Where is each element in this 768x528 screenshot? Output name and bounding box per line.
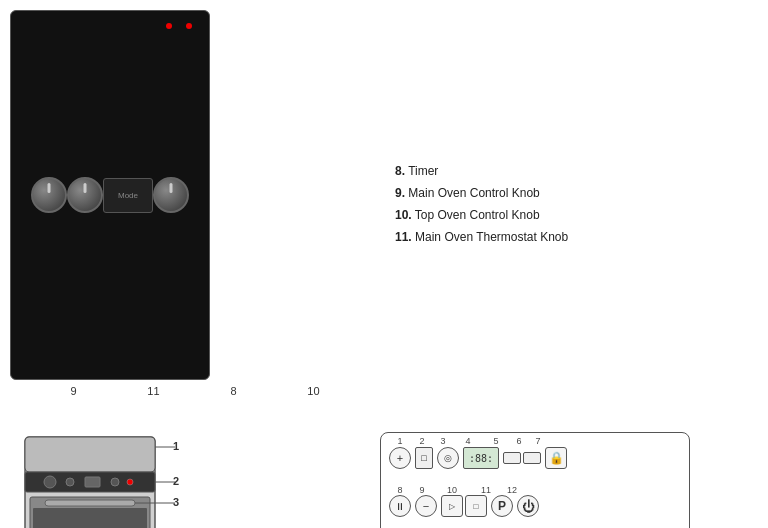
ctrl-num-1: 1	[389, 436, 411, 446]
knob-11[interactable]	[67, 177, 103, 213]
panel-labels: 8. Timer 9. Main Oven Control Knob 10. T…	[390, 10, 758, 397]
label-11: 11. Main Oven Thermostat Knob	[395, 228, 753, 246]
red-dot-2	[186, 23, 192, 29]
ctrl-num-11: 11	[471, 485, 501, 495]
knob-10-wrapper	[153, 177, 189, 213]
ctrl-num-3: 3	[433, 436, 453, 446]
display-text: Mode	[118, 191, 138, 200]
ctrl-num-12: 12	[501, 485, 523, 495]
oven-svg	[10, 432, 185, 528]
ctrl-num-7: 7	[529, 436, 547, 446]
knob-9-wrapper	[31, 177, 67, 213]
svg-rect-10	[33, 508, 147, 528]
ctrl-num-4: 4	[453, 436, 483, 446]
knob-9[interactable]	[31, 177, 67, 213]
zone-sel-btn[interactable]: ◎	[437, 447, 459, 469]
zone-ind-1	[503, 452, 521, 464]
ctrl-num-8: 8	[389, 485, 411, 495]
ctrl-num-5: 5	[483, 436, 509, 446]
num-2: 2	[173, 475, 179, 487]
svg-rect-9	[45, 500, 135, 506]
timer-sel-1[interactable]: ▷	[441, 495, 463, 517]
oven-body-labels: 1. Cooktop 2. Control Panel 3. Top Oven …	[210, 432, 370, 528]
control-panel-area: 1 2 3 4 5 6 7 + □ ◎ :88:	[380, 432, 758, 528]
oven-panel-diagram: Mode	[10, 10, 210, 380]
smart-pause-btn[interactable]: ⏸	[389, 495, 411, 517]
num-row-top: 1 2 3 4 5 6 7	[389, 436, 681, 446]
ctrl-bottom-row: ⏸ − ▷ □ P ⏻	[389, 495, 539, 517]
bottom-section: 1 2 3 4 5 6 7 1. Cooktop 2. Control Pane…	[0, 422, 768, 528]
ctrl-num-10: 10	[433, 485, 471, 495]
svg-rect-5	[85, 477, 100, 487]
timer-sel-group: ▷ □	[441, 495, 487, 517]
decrease-btn[interactable]: −	[415, 495, 437, 517]
num-3: 3	[173, 496, 179, 508]
key-lock-btn[interactable]: 🔒	[545, 447, 567, 469]
svg-point-6	[111, 478, 119, 486]
knob-label-11: 11	[147, 385, 159, 397]
ctrl-num-2: 2	[411, 436, 433, 446]
ctrl-num-9: 9	[411, 485, 433, 495]
svg-rect-1	[25, 437, 155, 472]
num-row-bottom: 8 9 10 11 12	[389, 485, 681, 495]
svg-point-7	[127, 479, 133, 485]
zone-indicators-top	[503, 452, 541, 464]
knob-11-wrapper	[67, 177, 103, 213]
num-1: 1	[173, 440, 179, 452]
zone-ind-2	[523, 452, 541, 464]
boost-btn[interactable]: P	[491, 495, 513, 517]
knob-label-9: 9	[70, 385, 76, 397]
oven-body: 1 2 3 4 5 6 7	[10, 432, 200, 528]
timer-sel-2[interactable]: □	[465, 495, 487, 517]
svg-point-4	[66, 478, 74, 486]
control-diagram: 1 2 3 4 5 6 7 + □ ◎ :88:	[380, 432, 690, 528]
zone-display: □	[415, 447, 433, 469]
label-9: 9. Main Oven Control Knob	[395, 184, 753, 202]
knob-10[interactable]	[153, 177, 189, 213]
red-dot-1	[166, 23, 172, 29]
knob-label-8: 8	[230, 385, 236, 397]
onoff-btn[interactable]: ⏻	[517, 495, 539, 517]
label-8: 8. Timer	[395, 162, 753, 180]
top-section: Mode 9 11 8 10 8. Timer 9. Main Oven Con…	[0, 0, 768, 402]
timer-display-box: Mode	[103, 178, 153, 213]
timer-disp: :88:	[463, 447, 499, 469]
ctrl-num-6: 6	[509, 436, 529, 446]
increase-btn[interactable]: +	[389, 447, 411, 469]
label-10: 10. Top Oven Control Knob	[395, 206, 753, 224]
svg-point-3	[44, 476, 56, 488]
knob-label-10: 10	[307, 385, 319, 397]
ctrl-top-row: + □ ◎ :88: 🔒	[389, 447, 567, 469]
